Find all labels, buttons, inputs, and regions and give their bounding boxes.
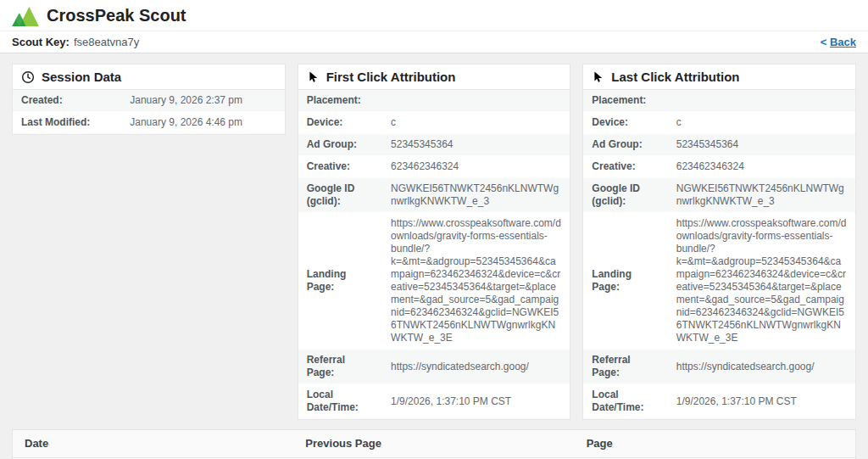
field-value: https://syndicatedsearch.goog/ [382, 350, 570, 384]
scout-key-value: fse8eatvna7y [74, 36, 139, 48]
main-content: Session Data Created: January 9, 2026 2:… [0, 53, 868, 459]
field-label: Creative: [583, 156, 667, 178]
field-value: 1/9/2026, 1:37:10 PM CST [668, 384, 855, 419]
field-label: Ad Group: [298, 134, 382, 156]
field-value: 1/9/2026, 1:37:10 PM CST [382, 384, 570, 419]
last-click-panel-header: Last Click Attribution [583, 64, 855, 90]
session-data-panel-header: Session Data [13, 64, 285, 90]
field-label: Local Date/Time: [298, 384, 382, 419]
table-row: Ad Group: 52345345364 [583, 134, 855, 156]
field-value: 623462346324 [668, 156, 855, 178]
table-row: Landing Page: https://www.crosspeaksoftw… [583, 213, 855, 350]
field-value: January 9, 2026 2:37 pm [121, 90, 284, 112]
field-value: c [382, 112, 570, 134]
cursor-icon [307, 70, 320, 84]
field-value: 623462346324 [382, 156, 570, 178]
app-title: CrossPeak Scout [47, 6, 186, 25]
field-label: Placement: [298, 90, 382, 112]
first-click-attribution-panel: First Click Attribution Placement: Devic… [298, 64, 571, 420]
field-label: Last Modified: [13, 112, 121, 134]
scout-key: Scout Key:fse8eatvna7y [12, 36, 139, 48]
field-label: Google ID (gclid): [298, 178, 382, 213]
table-row: Referral Page: https://syndicatedsearch.… [583, 350, 855, 384]
field-label: Google ID (gclid): [583, 178, 667, 213]
field-value: NGWKEI56TNWKT2456nKLNWTWgnwrlkgKNWKTW_e_… [382, 178, 570, 213]
page-history-card: Date Previous Page Page January 9, 2026 … [12, 429, 856, 459]
table-row: Device: c [583, 112, 855, 134]
field-value [382, 90, 570, 112]
history-header-row: Date Previous Page Page [13, 430, 855, 458]
last-click-attribution-panel: Last Click Attribution Placement: Device… [582, 64, 856, 420]
field-value: https://www.crosspeaksoftware.com/downlo… [382, 213, 570, 350]
field-label: Creative: [298, 156, 382, 178]
session-data-table: Created: January 9, 2026 2:37 pm Last Mo… [13, 90, 285, 134]
scout-key-label: Scout Key: [12, 36, 70, 48]
field-label: Ad Group: [583, 134, 667, 156]
field-value: January 9, 2026 4:46 pm [121, 112, 284, 134]
field-value: 52345345364 [668, 134, 855, 156]
panels-row: Session Data Created: January 9, 2026 2:… [12, 64, 856, 420]
first-click-table: Placement: Device: c Ad Group: 523453453… [298, 90, 570, 419]
cursor-icon [592, 70, 604, 84]
column-header-page: Page [575, 430, 855, 458]
field-label: Created: [13, 90, 121, 112]
table-row: Referral Page: https://syndicatedsearch.… [298, 350, 570, 384]
field-label: Landing Page: [298, 213, 382, 350]
field-label: Landing Page: [583, 213, 667, 350]
table-row: Created: January 9, 2026 2:37 pm [13, 90, 285, 112]
field-label: Referral Page: [298, 350, 382, 384]
scout-key-bar: Scout Key:fse8eatvna7y < Back [0, 31, 868, 53]
field-label: Placement: [583, 90, 667, 112]
table-row: Placement: [298, 90, 570, 112]
table-row: Landing Page: https://www.crosspeaksoftw… [298, 213, 570, 350]
field-value: https://syndicatedsearch.goog/ [668, 350, 855, 384]
field-value: https://www.crosspeaksoftware.com/downlo… [668, 213, 855, 350]
session-data-panel-title: Session Data [42, 70, 121, 84]
back-link[interactable]: < Back [821, 36, 856, 48]
field-label: Device: [298, 112, 382, 134]
first-click-panel-header: First Click Attribution [298, 64, 570, 90]
field-label: Referral Page: [583, 350, 667, 384]
column-header-date: Date [13, 430, 293, 458]
table-row: Ad Group: 52345345364 [298, 134, 570, 156]
table-row: Google ID (gclid): NGWKEI56TNWKT2456nKLN… [583, 178, 855, 213]
field-value [668, 90, 855, 112]
field-value: NGWKEI56TNWKT2456nKLNWTWgnwrlkgKNWKTW_e_… [668, 178, 855, 213]
clock-icon [21, 70, 35, 84]
table-row: Last Modified: January 9, 2026 4:46 pm [13, 112, 285, 134]
table-row: Placement: [583, 90, 855, 112]
table-row: Creative: 623462346324 [298, 156, 570, 178]
table-row: Creative: 623462346324 [583, 156, 855, 178]
field-label: Local Date/Time: [583, 384, 667, 419]
mountain-logo-icon [12, 4, 40, 27]
table-row: Device: c [298, 112, 570, 134]
column-header-previous-page: Previous Page [293, 430, 574, 458]
table-row: Google ID (gclid): NGWKEI56TNWKT2456nKLN… [298, 178, 570, 213]
field-value: c [668, 112, 855, 134]
last-click-panel-title: Last Click Attribution [611, 70, 739, 84]
app-header: CrossPeak Scout [0, 0, 868, 31]
first-click-panel-title: First Click Attribution [326, 70, 456, 84]
table-row: Local Date/Time: 1/9/2026, 1:37:10 PM CS… [298, 384, 570, 419]
back-link-chevron: < [821, 36, 827, 48]
session-data-panel: Session Data Created: January 9, 2026 2:… [12, 64, 286, 135]
field-value: 52345345364 [382, 134, 570, 156]
page-history-table: Date Previous Page Page January 9, 2026 … [13, 430, 855, 459]
back-link-label: Back [830, 36, 856, 48]
table-row: Local Date/Time: 1/9/2026, 1:37:10 PM CS… [583, 384, 855, 419]
field-label: Device: [583, 112, 667, 134]
last-click-table: Placement: Device: c Ad Group: 523453453… [583, 90, 855, 419]
